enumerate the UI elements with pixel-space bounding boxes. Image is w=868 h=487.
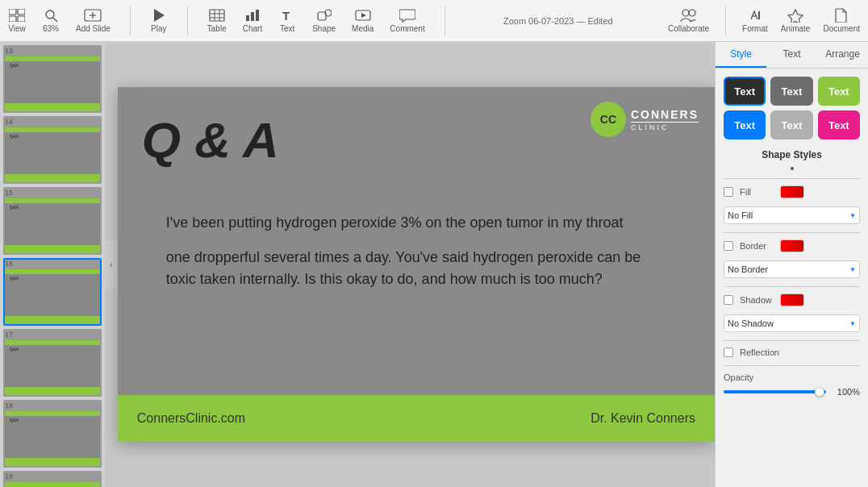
svg-rect-0 (9, 9, 16, 15)
svg-point-24 (689, 10, 695, 16)
sep-fill (724, 178, 860, 179)
svg-rect-1 (18, 9, 25, 15)
media-button[interactable]: Media (352, 8, 373, 33)
slide-thumb-17[interactable]: 17 Q&A (3, 329, 102, 397)
slide-thumb-13[interactable]: 13 Q&A (3, 45, 102, 113)
slide-qa-title: Q & A (142, 111, 279, 169)
sep2 (187, 6, 188, 35)
shadow-color-preview[interactable] (780, 293, 804, 306)
document-button[interactable]: Document (823, 8, 860, 33)
reflection-label: Reflection (740, 348, 779, 357)
fill-checkbox[interactable] (724, 187, 733, 197)
table-icon (208, 8, 226, 23)
main-slide: CC CONNERS CLINIC Q & A I've been puttin… (118, 87, 715, 442)
opacity-section: Opacity 100% (724, 373, 860, 397)
chart-icon (244, 8, 261, 23)
slide-text-16: Q&A (10, 276, 19, 281)
title-area: Zoom 06-07-2023 — Edited (465, 16, 652, 26)
tab-arrange[interactable]: Arrange (817, 42, 868, 68)
border-row: Border (724, 239, 860, 252)
chart-button[interactable]: Chart (243, 8, 262, 33)
style-swatch-blue[interactable]: Text (724, 110, 766, 139)
sep4 (725, 6, 726, 35)
logo-initials: CC (600, 113, 616, 126)
animate-button[interactable]: Animate (781, 8, 811, 33)
slide-num-15: 15 (5, 189, 100, 197)
shadow-select[interactable]: No Shadow ▼ (724, 314, 860, 332)
tab-style[interactable]: Style (716, 42, 766, 68)
slide-body-p2: one dropperful several times a day. You'… (166, 247, 666, 290)
slide-img-15: Q&A (5, 198, 100, 253)
panel-collapse-button[interactable]: ‹ (105, 240, 118, 289)
comment-icon (399, 8, 416, 23)
shadow-row: Shadow (724, 293, 860, 306)
add-slide-icon (84, 8, 102, 23)
slide-img-18: Q&A (5, 411, 100, 466)
opacity-slider-thumb (815, 387, 824, 397)
border-select[interactable]: No Border ▼ (724, 260, 860, 278)
logo-conners-text: CONNERS (631, 108, 699, 121)
toolbar-right: Collaborate Format Animate Document (668, 6, 860, 35)
slide-thumb-15[interactable]: 15 Q&A (3, 187, 102, 255)
table-label: Table (207, 24, 227, 33)
slide-thumb-18[interactable]: 18 Q&A (3, 400, 102, 468)
format-button[interactable]: Format (742, 8, 768, 33)
slide-text-14: Q&A (10, 134, 19, 139)
add-slide-button[interactable]: Add Slide (76, 8, 111, 33)
collaborate-button[interactable]: Collaborate (668, 8, 709, 33)
svg-text:T: T (282, 9, 290, 22)
border-checkbox[interactable] (724, 241, 733, 251)
sep-border (724, 232, 860, 233)
reflection-checkbox[interactable] (724, 348, 733, 357)
shape-icon (315, 8, 333, 23)
zoom-label: 63% (43, 24, 59, 33)
comment-button[interactable]: Comment (390, 8, 424, 33)
format-icon (746, 8, 764, 23)
slide-thumb-16[interactable]: 16 Q&A (3, 258, 102, 326)
slide-thumb-14[interactable]: 14 Q&A (3, 116, 102, 184)
play-icon (150, 8, 168, 23)
slide-bottom-bar: ConnersClinic.com Dr. Kevin Conners (118, 395, 715, 442)
table-button[interactable]: Table (207, 8, 227, 33)
view-button[interactable]: View (8, 8, 26, 33)
shadow-select-arrow: ▼ (849, 320, 856, 327)
style-swatch-green[interactable]: Text (818, 77, 860, 106)
border-select-arrow: ▼ (849, 266, 856, 273)
toolbar: View 63% Add Slide Play Table Chart T (0, 0, 868, 42)
play-button[interactable]: Play (150, 8, 168, 33)
zoom-button[interactable]: 63% (42, 8, 60, 33)
animate-label: Animate (781, 24, 811, 33)
svg-marker-22 (361, 13, 366, 18)
format-label: Format (742, 24, 768, 33)
shape-button[interactable]: Shape (312, 8, 336, 33)
fill-select[interactable]: No Fill ▼ (724, 206, 860, 224)
style-swatch-light-gray[interactable]: Text (770, 110, 812, 139)
border-select-row: No Border ▼ (724, 260, 860, 278)
slide-text-17: Q&A (10, 347, 19, 352)
opacity-label: Opacity (724, 373, 764, 382)
svg-rect-16 (251, 12, 254, 21)
slide-text-15: Q&A (10, 205, 19, 210)
zoom-icon (42, 8, 60, 23)
fill-select-value: No Fill (728, 210, 753, 220)
style-swatch-gray[interactable]: Text (770, 77, 812, 106)
svg-rect-2 (9, 16, 16, 22)
media-label: Media (352, 24, 373, 33)
border-color-preview[interactable] (780, 239, 804, 252)
fill-color-preview[interactable] (780, 185, 804, 198)
opacity-slider[interactable] (724, 390, 826, 393)
style-swatch-dark[interactable]: Text (724, 77, 766, 106)
sep3 (444, 6, 445, 35)
text-button[interactable]: T Text (278, 8, 296, 33)
slide-img-16: Q&A (5, 269, 100, 324)
slide-img-13: Q&A (5, 56, 100, 111)
slide-thumb-19[interactable]: 19 Q&A (3, 471, 102, 487)
slide-footer-right: Dr. Kevin Conners (590, 411, 695, 426)
canvas-area: ‹ CC CONNERS CLINIC Q & A I've been putt… (105, 42, 715, 487)
opacity-value: 100% (831, 387, 860, 397)
shadow-checkbox[interactable] (724, 295, 733, 305)
style-swatch-pink[interactable]: Text (818, 110, 860, 139)
tab-text[interactable]: Text (766, 42, 817, 68)
fill-row: Fill (724, 185, 860, 198)
svg-marker-9 (154, 9, 165, 22)
